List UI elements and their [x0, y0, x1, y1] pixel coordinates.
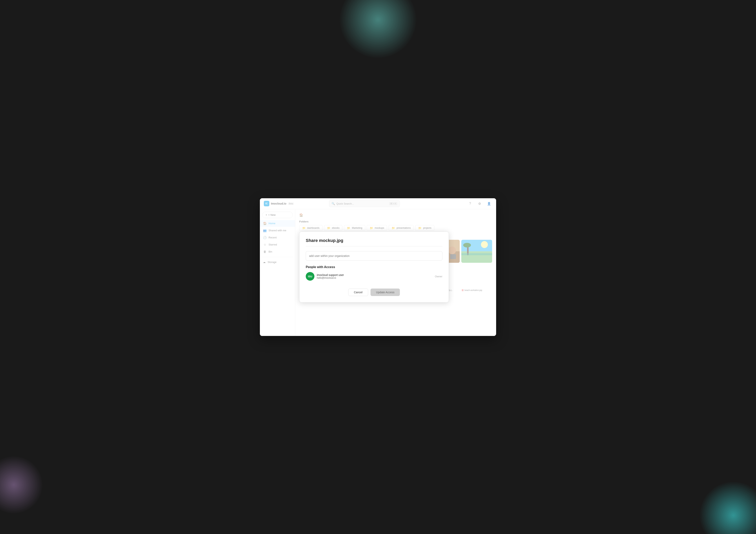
person-role: Owner: [435, 275, 443, 278]
bg-blob-top: [338, 0, 418, 59]
modal-actions: Cancel Update Access: [306, 289, 443, 296]
person-row: ISU imocloud support user hello@imocloud…: [306, 272, 443, 281]
bg-blob-left: [0, 455, 43, 514]
people-section-title: People with Access: [306, 265, 443, 269]
update-access-button[interactable]: Update Access: [370, 289, 400, 296]
share-user-input[interactable]: [309, 254, 439, 258]
share-input-area[interactable]: [306, 251, 443, 261]
bg-blob-bottom-right: [699, 481, 756, 534]
modal-title: Share mockup.jpg: [306, 238, 443, 243]
person-email: hello@imocloud.io: [317, 276, 433, 279]
share-modal: Share mockup.jpg People with Access ISU …: [299, 232, 449, 302]
modal-overlay: Share mockup.jpg People with Access ISU …: [260, 198, 496, 336]
person-info: imocloud support user hello@imocloud.io: [317, 273, 433, 279]
app-window: IC Imocloud.io Beta 🔍 ⌘ + K ? ⚙ 👤 + + Ne…: [260, 198, 496, 336]
person-name: imocloud support user: [317, 273, 433, 276]
modal-divider: [306, 246, 443, 246]
person-avatar: ISU: [306, 272, 314, 281]
cancel-button[interactable]: Cancel: [348, 289, 368, 296]
